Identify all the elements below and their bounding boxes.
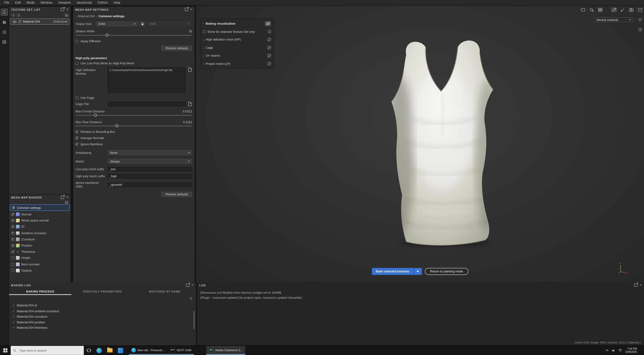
average-normals-checkbox[interactable]	[76, 137, 78, 140]
use-low-poly-row[interactable]: Use Low Poly Mesh as High Poly Mesh	[76, 61, 192, 65]
visibility-off-icon[interactable]	[267, 38, 271, 41]
use-cage-checkbox[interactable]	[76, 96, 78, 99]
volume-icon[interactable]	[612, 349, 615, 352]
warning-icon[interactable]: ⚠	[189, 297, 193, 300]
average-normals-row[interactable]: Average Normals	[76, 136, 192, 140]
use-low-poly-checkbox[interactable]	[76, 62, 78, 65]
match-dropdown[interactable]: Always	[108, 159, 192, 164]
solo-filter-icon[interactable]	[17, 13, 20, 17]
visibility-filter-icon[interactable]	[12, 13, 15, 17]
shader-settings-icon[interactable]	[637, 17, 643, 22]
info-icon[interactable]: i	[268, 30, 271, 33]
tab-high-poly-parameters[interactable]: HIGH POLY PARAMETERS	[71, 288, 134, 295]
polygon-fill-icon[interactable]	[611, 7, 617, 12]
ignore-backface-checkbox[interactable]	[76, 143, 78, 146]
apply-diffusion-checkbox[interactable]	[76, 40, 78, 43]
menu-file[interactable]: File	[1, 0, 12, 5]
taskbar-app-edge[interactable]: New tab - Personal ...	[129, 346, 168, 355]
taskbar-search[interactable]	[11, 346, 84, 355]
baker-row[interactable]: Position	[9, 242, 70, 249]
output-size-dropdown[interactable]: 2048	[96, 21, 138, 26]
baker-row[interactable]: ID	[9, 224, 70, 230]
baker-row[interactable]: World space normal	[9, 217, 70, 224]
section-project-mesh[interactable]: › Project mesh (LP)	[200, 60, 274, 68]
baking-visualization-header[interactable]: › Baking visualization	[200, 20, 274, 28]
section-uv-seams[interactable]: › UV seams	[200, 52, 274, 60]
store-pinned-icon[interactable]	[115, 346, 126, 355]
menu-edit[interactable]: Edit	[12, 0, 24, 5]
undock-icon[interactable]	[186, 284, 190, 287]
baker-checkbox[interactable]	[12, 213, 14, 216]
history-panel-icon[interactable]	[637, 27, 643, 32]
high-poly-suffix-input[interactable]	[108, 174, 192, 178]
bake-options-dropdown-button[interactable]	[413, 268, 422, 275]
menu-viewport[interactable]: Viewport	[55, 0, 74, 5]
undock-icon[interactable]	[61, 196, 64, 199]
lock-icon[interactable]	[140, 21, 145, 26]
baker-row[interactable]: Height	[9, 255, 70, 261]
menu-javascript[interactable]: JavaScript	[74, 0, 95, 5]
close-icon[interactable]: ×	[66, 195, 68, 199]
high-definition-mesh-path[interactable]: C:/Users/kayfa/OneDrive/Documents/shirth…	[109, 68, 172, 71]
display-settings-icon[interactable]	[637, 7, 643, 12]
baker-row[interactable]: Normal	[9, 211, 70, 217]
menu-window[interactable]: Window	[38, 0, 55, 5]
slider-handle[interactable]	[106, 34, 108, 36]
baker-checkbox[interactable]	[12, 219, 14, 222]
taskbar-app-nzxt[interactable]: NZXT NZXT CAM	[168, 346, 194, 355]
baker-row[interactable]: Curvature	[9, 236, 70, 242]
visibility-off-icon[interactable]	[267, 46, 271, 49]
show-selected-row[interactable]: Show for selected Texture Set only i	[200, 28, 274, 36]
axis-gizmo[interactable]: Y X	[618, 262, 629, 274]
browse-file-icon[interactable]	[188, 102, 192, 106]
baker-checkbox[interactable]	[12, 238, 14, 241]
eye-icon[interactable]	[12, 20, 17, 23]
slider-handle[interactable]	[94, 114, 97, 116]
baker-checkbox[interactable]	[12, 269, 14, 272]
material-selector-dropdown[interactable]: Neutral material	[594, 17, 633, 22]
undock-icon[interactable]	[185, 8, 188, 11]
taskbar-app-substance[interactable]: Pt Adobe Substance 3...	[206, 346, 245, 355]
apply-diffusion-row[interactable]: Apply Diffusion	[76, 39, 192, 43]
visibility-toggle-button[interactable]	[265, 21, 271, 26]
baker-common-settings[interactable]: ⚙ Common settings	[10, 204, 70, 211]
viewport-settings-icon[interactable]	[580, 7, 586, 12]
relative-bounding-box-checkbox[interactable]	[76, 130, 78, 133]
undock-icon[interactable]	[61, 8, 64, 11]
visibility-off-icon[interactable]	[267, 54, 271, 57]
browse-file-icon[interactable]	[188, 67, 192, 72]
resources-icon[interactable]	[1, 39, 8, 45]
close-icon[interactable]: ×	[190, 7, 192, 11]
baker-checkbox[interactable]	[12, 257, 14, 260]
low-poly-suffix-input[interactable]	[108, 167, 192, 172]
high-definition-meshes-list[interactable]: C:/Users/kayfa/OneDrive/Documents/shirth…	[108, 67, 186, 93]
scrollbar[interactable]	[193, 311, 194, 329]
baker-checkbox[interactable]	[12, 226, 14, 228]
history-icon[interactable]	[1, 29, 8, 35]
paint-tool-icon[interactable]	[620, 7, 626, 12]
baker-checkbox[interactable]	[12, 250, 14, 253]
tools-icon[interactable]	[1, 19, 8, 25]
baker-row[interactable]: Bent normals	[9, 261, 70, 267]
section-cage[interactable]: › Cage	[200, 44, 274, 52]
menu-mode[interactable]: Mode	[24, 0, 38, 5]
baker-row[interactable]: Ambient occlusion	[9, 230, 70, 236]
viewport-3d[interactable]: Y X › Baking visualization Show for sele…	[196, 6, 644, 282]
show-selected-checkbox[interactable]	[203, 30, 206, 33]
tab-matching-by-name[interactable]: MATCHING BY NAME	[134, 288, 196, 295]
baker-checkbox[interactable]	[12, 263, 14, 266]
task-view-button[interactable]	[84, 346, 94, 355]
edge-pinned-icon[interactable]	[94, 346, 104, 355]
shirt-model[interactable]	[366, 34, 512, 249]
menu-python[interactable]: Python	[94, 0, 110, 5]
close-icon[interactable]: ×	[192, 283, 194, 287]
ignore-backfaces-suffix-input[interactable]	[108, 182, 192, 187]
tray-expand-icon[interactable]	[606, 349, 609, 352]
file-explorer-pinned-icon[interactable]	[104, 346, 115, 355]
baker-row[interactable]: Opacity	[9, 267, 70, 274]
return-to-painting-mode-button[interactable]: Return to painting mode	[425, 268, 468, 275]
texture-set-checkbox[interactable]	[18, 20, 21, 23]
taskbar-clock[interactable]: 7:44 PM 10/9/2025	[625, 347, 637, 354]
start-button[interactable]	[0, 346, 11, 355]
restore-defaults-button[interactable]: Restore defaults	[162, 192, 192, 197]
